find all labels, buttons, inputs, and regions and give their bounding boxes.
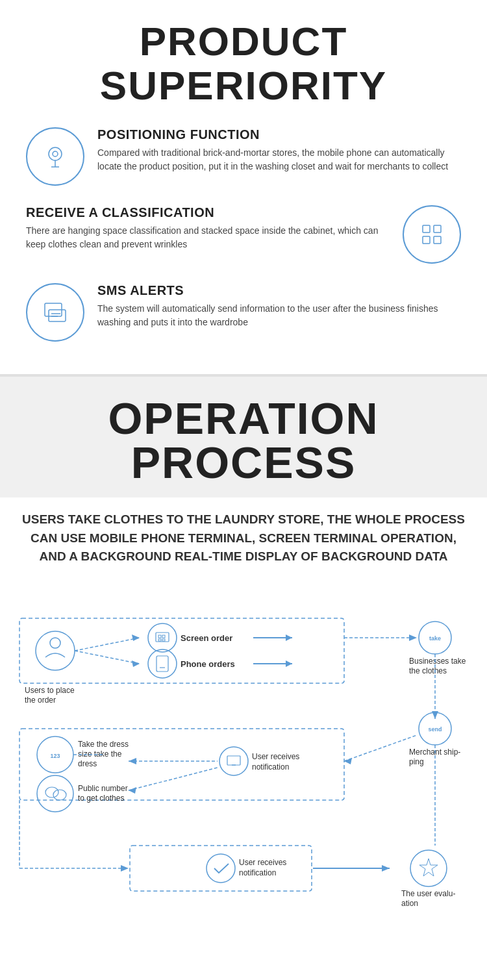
- svg-rect-6: [423, 236, 430, 244]
- classification-desc: There are hanging space classification a…: [26, 224, 390, 251]
- svg-text:the order: the order: [25, 696, 56, 705]
- svg-marker-17: [132, 634, 140, 641]
- svg-marker-28: [132, 660, 140, 667]
- svg-text:take: take: [429, 635, 441, 642]
- sms-title: SMS ALERTS: [97, 283, 461, 298]
- svg-rect-12: [19, 618, 344, 683]
- sms-desc: The system will automatically send infor…: [97, 302, 461, 329]
- svg-line-16: [75, 638, 140, 651]
- svg-point-79: [410, 850, 447, 886]
- svg-text:Phone orders: Phone orders: [181, 659, 235, 669]
- svg-point-64: [45, 787, 58, 798]
- svg-text:notification: notification: [252, 762, 289, 772]
- flow-diagram: Users to place the order Screen order: [0, 579, 487, 965]
- svg-line-27: [75, 651, 140, 664]
- svg-marker-40: [409, 634, 417, 641]
- location-icon: [41, 142, 69, 171]
- feature-positioning: POSITIONING FUNCTION Compared with tradi…: [26, 127, 461, 186]
- svg-text:User receives: User receives: [239, 858, 286, 867]
- svg-rect-51: [227, 756, 240, 765]
- svg-point-0: [49, 147, 62, 160]
- svg-text:dress: dress: [78, 759, 97, 768]
- sms-text: SMS ALERTS The system will automatically…: [97, 283, 461, 329]
- classification-text: RECEIVE A CLASSIFICATION There are hangi…: [26, 205, 390, 251]
- sms-icon-circle: [26, 283, 84, 342]
- svg-text:Take the dress: Take the dress: [78, 740, 129, 749]
- product-superiority-section: PRODUCT SUPERIORITY POSITIONING FUNCTION…: [0, 0, 487, 374]
- svg-rect-22: [158, 639, 161, 641]
- svg-text:The user evalu-: The user evalu-: [401, 889, 455, 898]
- svg-text:the clothes: the clothes: [409, 666, 447, 675]
- svg-point-14: [50, 638, 60, 648]
- svg-rect-20: [158, 635, 161, 638]
- svg-point-1: [53, 151, 58, 157]
- svg-marker-80: [419, 859, 438, 876]
- svg-marker-75: [121, 865, 129, 872]
- operation-title: OPERATION PROCESS: [0, 390, 487, 491]
- svg-marker-69: [129, 787, 136, 794]
- svg-text:123: 123: [50, 753, 60, 759]
- svg-marker-78: [382, 865, 390, 872]
- operation-section: OPERATION PROCESS: [0, 377, 487, 497]
- svg-line-61: [344, 735, 417, 761]
- svg-point-65: [53, 790, 66, 800]
- positioning-text: POSITIONING FUNCTION Compared with tradi…: [97, 127, 461, 173]
- svg-text:Screen order: Screen order: [181, 633, 232, 643]
- svg-rect-7: [434, 236, 441, 244]
- classification-icon-circle: [403, 205, 461, 264]
- svg-text:Public number: Public number: [78, 784, 128, 793]
- svg-point-71: [206, 854, 235, 883]
- user-label: Users to place: [25, 686, 75, 695]
- grid-icon: [418, 220, 446, 249]
- positioning-desc: Compared with traditional brick-and-mort…: [97, 146, 461, 173]
- svg-marker-62: [344, 758, 352, 764]
- flow-svg: Users to place the order Screen order: [13, 599, 474, 936]
- svg-point-50: [219, 747, 248, 775]
- operation-subtitle: USERS TAKE CLOTHES TO THE LAUNDRY STORE,…: [0, 497, 487, 579]
- feature-sms: SMS ALERTS The system will automatically…: [26, 283, 461, 342]
- feature-classification: RECEIVE A CLASSIFICATION There are hangi…: [26, 205, 461, 264]
- svg-rect-70: [130, 846, 312, 891]
- svg-text:to get clothes: to get clothes: [78, 794, 124, 803]
- svg-point-63: [37, 775, 73, 812]
- svg-rect-5: [434, 225, 441, 232]
- chat-icon: [41, 298, 69, 327]
- svg-rect-9: [49, 310, 66, 321]
- svg-text:User receives: User receives: [252, 752, 299, 761]
- svg-rect-43: [19, 729, 344, 800]
- svg-text:notification: notification: [239, 868, 276, 877]
- main-title: PRODUCT SUPERIORITY: [26, 19, 461, 108]
- svg-marker-34: [286, 660, 292, 667]
- svg-point-29: [148, 649, 177, 678]
- svg-rect-23: [162, 639, 165, 641]
- classification-title: RECEIVE A CLASSIFICATION: [26, 205, 390, 220]
- svg-text:size take the: size take the: [78, 749, 122, 759]
- svg-text:ation: ation: [401, 899, 418, 908]
- positioning-icon-circle: [26, 127, 84, 186]
- positioning-title: POSITIONING FUNCTION: [97, 127, 461, 142]
- svg-text:send: send: [428, 726, 442, 733]
- svg-text:ping: ping: [409, 757, 424, 766]
- svg-rect-30: [156, 656, 168, 672]
- svg-line-68: [129, 768, 218, 790]
- svg-rect-21: [162, 635, 165, 638]
- svg-marker-26: [286, 634, 292, 641]
- svg-point-13: [36, 631, 75, 670]
- svg-rect-4: [423, 225, 430, 232]
- svg-marker-56: [129, 758, 136, 764]
- svg-text:Businesses take: Businesses take: [409, 657, 466, 666]
